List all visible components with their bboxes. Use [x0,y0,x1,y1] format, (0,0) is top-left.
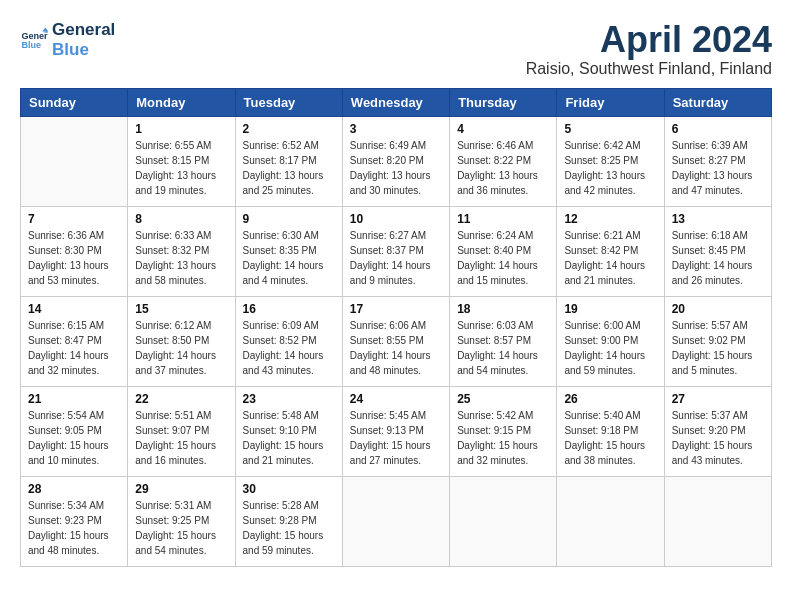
col-header-thursday: Thursday [450,88,557,116]
day-info: Sunrise: 5:45 AM Sunset: 9:13 PM Dayligh… [350,408,442,468]
day-info: Sunrise: 5:28 AM Sunset: 9:28 PM Dayligh… [243,498,335,558]
day-info: Sunrise: 5:48 AM Sunset: 9:10 PM Dayligh… [243,408,335,468]
day-number: 6 [672,122,764,136]
day-info: Sunrise: 6:12 AM Sunset: 8:50 PM Dayligh… [135,318,227,378]
day-info: Sunrise: 6:33 AM Sunset: 8:32 PM Dayligh… [135,228,227,288]
day-info: Sunrise: 6:52 AM Sunset: 8:17 PM Dayligh… [243,138,335,198]
day-info: Sunrise: 6:46 AM Sunset: 8:22 PM Dayligh… [457,138,549,198]
calendar-cell: 10Sunrise: 6:27 AM Sunset: 8:37 PM Dayli… [342,206,449,296]
day-number: 15 [135,302,227,316]
day-info: Sunrise: 5:54 AM Sunset: 9:05 PM Dayligh… [28,408,120,468]
calendar-cell: 26Sunrise: 5:40 AM Sunset: 9:18 PM Dayli… [557,386,664,476]
day-info: Sunrise: 5:57 AM Sunset: 9:02 PM Dayligh… [672,318,764,378]
day-info: Sunrise: 6:55 AM Sunset: 8:15 PM Dayligh… [135,138,227,198]
day-number: 22 [135,392,227,406]
calendar-cell: 25Sunrise: 5:42 AM Sunset: 9:15 PM Dayli… [450,386,557,476]
calendar-cell: 5Sunrise: 6:42 AM Sunset: 8:25 PM Daylig… [557,116,664,206]
calendar-cell [557,476,664,566]
col-header-friday: Friday [557,88,664,116]
calendar-cell: 12Sunrise: 6:21 AM Sunset: 8:42 PM Dayli… [557,206,664,296]
calendar-cell: 4Sunrise: 6:46 AM Sunset: 8:22 PM Daylig… [450,116,557,206]
title-block: April 2024 Raisio, Southwest Finland, Fi… [526,20,772,78]
day-info: Sunrise: 6:00 AM Sunset: 9:00 PM Dayligh… [564,318,656,378]
day-number: 28 [28,482,120,496]
calendar-cell: 11Sunrise: 6:24 AM Sunset: 8:40 PM Dayli… [450,206,557,296]
calendar-cell: 24Sunrise: 5:45 AM Sunset: 9:13 PM Dayli… [342,386,449,476]
day-number: 1 [135,122,227,136]
calendar-cell: 23Sunrise: 5:48 AM Sunset: 9:10 PM Dayli… [235,386,342,476]
calendar-cell: 29Sunrise: 5:31 AM Sunset: 9:25 PM Dayli… [128,476,235,566]
location: Raisio, Southwest Finland, Finland [526,60,772,78]
day-number: 25 [457,392,549,406]
calendar-cell: 22Sunrise: 5:51 AM Sunset: 9:07 PM Dayli… [128,386,235,476]
calendar-cell: 2Sunrise: 6:52 AM Sunset: 8:17 PM Daylig… [235,116,342,206]
day-number: 10 [350,212,442,226]
day-info: Sunrise: 6:39 AM Sunset: 8:27 PM Dayligh… [672,138,764,198]
calendar-cell: 16Sunrise: 6:09 AM Sunset: 8:52 PM Dayli… [235,296,342,386]
logo-line1: General [52,20,115,40]
page-header: General Blue General Blue April 2024 Rai… [20,20,772,78]
day-number: 26 [564,392,656,406]
day-number: 24 [350,392,442,406]
calendar-cell: 8Sunrise: 6:33 AM Sunset: 8:32 PM Daylig… [128,206,235,296]
day-info: Sunrise: 5:40 AM Sunset: 9:18 PM Dayligh… [564,408,656,468]
day-info: Sunrise: 6:42 AM Sunset: 8:25 PM Dayligh… [564,138,656,198]
calendar-cell [342,476,449,566]
day-info: Sunrise: 6:24 AM Sunset: 8:40 PM Dayligh… [457,228,549,288]
calendar-cell: 28Sunrise: 5:34 AM Sunset: 9:23 PM Dayli… [21,476,128,566]
calendar-cell: 15Sunrise: 6:12 AM Sunset: 8:50 PM Dayli… [128,296,235,386]
week-row-2: 7Sunrise: 6:36 AM Sunset: 8:30 PM Daylig… [21,206,772,296]
day-info: Sunrise: 6:27 AM Sunset: 8:37 PM Dayligh… [350,228,442,288]
day-info: Sunrise: 6:03 AM Sunset: 8:57 PM Dayligh… [457,318,549,378]
calendar-cell [21,116,128,206]
day-number: 9 [243,212,335,226]
svg-text:Blue: Blue [21,41,41,51]
day-number: 12 [564,212,656,226]
calendar-header-row: SundayMondayTuesdayWednesdayThursdayFrid… [21,88,772,116]
col-header-tuesday: Tuesday [235,88,342,116]
logo-icon: General Blue [20,26,48,54]
day-info: Sunrise: 6:15 AM Sunset: 8:47 PM Dayligh… [28,318,120,378]
day-number: 20 [672,302,764,316]
logo-line2: Blue [52,40,115,60]
day-info: Sunrise: 6:21 AM Sunset: 8:42 PM Dayligh… [564,228,656,288]
calendar-table: SundayMondayTuesdayWednesdayThursdayFrid… [20,88,772,567]
day-info: Sunrise: 5:34 AM Sunset: 9:23 PM Dayligh… [28,498,120,558]
calendar-cell: 6Sunrise: 6:39 AM Sunset: 8:27 PM Daylig… [664,116,771,206]
calendar-cell: 3Sunrise: 6:49 AM Sunset: 8:20 PM Daylig… [342,116,449,206]
svg-text:General: General [21,31,48,41]
day-info: Sunrise: 6:49 AM Sunset: 8:20 PM Dayligh… [350,138,442,198]
day-info: Sunrise: 5:31 AM Sunset: 9:25 PM Dayligh… [135,498,227,558]
calendar-cell: 17Sunrise: 6:06 AM Sunset: 8:55 PM Dayli… [342,296,449,386]
day-number: 14 [28,302,120,316]
calendar-cell: 21Sunrise: 5:54 AM Sunset: 9:05 PM Dayli… [21,386,128,476]
col-header-monday: Monday [128,88,235,116]
calendar-cell: 30Sunrise: 5:28 AM Sunset: 9:28 PM Dayli… [235,476,342,566]
week-row-1: 1Sunrise: 6:55 AM Sunset: 8:15 PM Daylig… [21,116,772,206]
day-number: 11 [457,212,549,226]
week-row-4: 21Sunrise: 5:54 AM Sunset: 9:05 PM Dayli… [21,386,772,476]
day-info: Sunrise: 5:42 AM Sunset: 9:15 PM Dayligh… [457,408,549,468]
col-header-wednesday: Wednesday [342,88,449,116]
calendar-cell: 7Sunrise: 6:36 AM Sunset: 8:30 PM Daylig… [21,206,128,296]
week-row-5: 28Sunrise: 5:34 AM Sunset: 9:23 PM Dayli… [21,476,772,566]
col-header-saturday: Saturday [664,88,771,116]
day-number: 17 [350,302,442,316]
calendar-cell: 9Sunrise: 6:30 AM Sunset: 8:35 PM Daylig… [235,206,342,296]
day-number: 3 [350,122,442,136]
col-header-sunday: Sunday [21,88,128,116]
day-number: 19 [564,302,656,316]
calendar-cell: 27Sunrise: 5:37 AM Sunset: 9:20 PM Dayli… [664,386,771,476]
day-info: Sunrise: 5:37 AM Sunset: 9:20 PM Dayligh… [672,408,764,468]
logo: General Blue General Blue [20,20,115,61]
day-info: Sunrise: 5:51 AM Sunset: 9:07 PM Dayligh… [135,408,227,468]
calendar-cell: 18Sunrise: 6:03 AM Sunset: 8:57 PM Dayli… [450,296,557,386]
calendar-cell: 19Sunrise: 6:00 AM Sunset: 9:00 PM Dayli… [557,296,664,386]
calendar-cell: 14Sunrise: 6:15 AM Sunset: 8:47 PM Dayli… [21,296,128,386]
day-number: 21 [28,392,120,406]
week-row-3: 14Sunrise: 6:15 AM Sunset: 8:47 PM Dayli… [21,296,772,386]
day-number: 30 [243,482,335,496]
day-number: 2 [243,122,335,136]
month-year: April 2024 [526,20,772,60]
day-number: 29 [135,482,227,496]
